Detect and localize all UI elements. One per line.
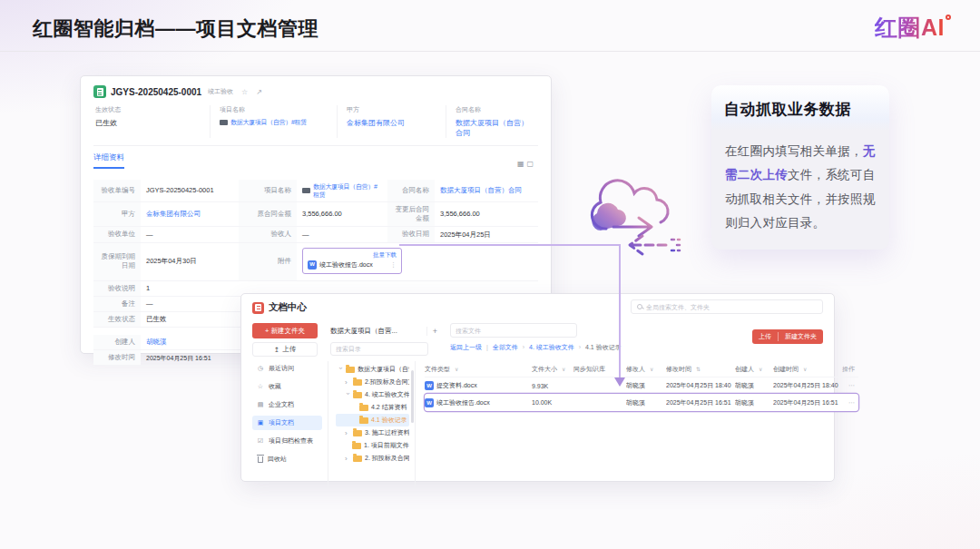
breadcrumb-all-files[interactable]: 全部文件 — [493, 344, 518, 350]
folder-docs-icon: ▤ — [257, 401, 264, 408]
attachment-box: 批量下载 W 竣工验收报告.docx ⋮ — [302, 248, 402, 274]
global-search-field[interactable] — [646, 304, 817, 310]
header-file-size[interactable]: 文件大小∨ — [532, 365, 573, 374]
row-value: 2025年04月25日 — [435, 227, 538, 241]
tree-item[interactable]: 4.2 结算资料 — [336, 401, 409, 414]
project-link[interactable]: 数据大厦项目（自营）#租赁 — [220, 118, 328, 127]
file-row-highlighted[interactable]: W竣工验收报告.docx 10.00K 胡晓溪 2025年04月25日 16:5… — [425, 394, 858, 411]
brand-logo: 红圈AI — [875, 13, 951, 43]
caret-icon: ∨ — [803, 366, 807, 372]
tree-item[interactable]: ›4. 竣工验收文件 — [336, 388, 409, 401]
global-search-input[interactable] — [631, 299, 823, 314]
doc-center-icon — [252, 302, 264, 314]
new-folder-button[interactable]: + 新建文件夹 — [252, 323, 318, 338]
upload-button[interactable]: ↥ 上传 — [252, 342, 318, 357]
sidebar-item-recycle-bin[interactable]: 回收站 — [252, 452, 322, 466]
row-label: 项目名称 — [239, 180, 297, 201]
clock-icon: ◷ — [257, 365, 264, 372]
sidebar-item-recent[interactable]: ◷最近访问 — [252, 361, 322, 376]
caret-icon: › — [344, 392, 352, 397]
sidebar-item-favorites[interactable]: ☆收藏 — [252, 379, 322, 394]
folder-icon — [352, 443, 361, 449]
file-row[interactable]: W提交资料.docx 9.93K 胡晓溪 2025年04月25日 18:40 胡… — [425, 377, 858, 394]
row-label: 验收单编号 — [93, 180, 141, 201]
tree-item[interactable]: ›3. 施工过程资料 — [336, 426, 409, 439]
tree-item[interactable]: ›2.招投标及合同文件 — [336, 376, 409, 388]
row-spacer — [435, 243, 538, 280]
breadcrumb-folder[interactable]: 4. 竣工验收文件 — [529, 344, 574, 350]
plus-icon: + — [265, 327, 269, 335]
project-link[interactable]: 数据大厦项目（自营）#租赁 — [297, 180, 387, 201]
grid-view-icon[interactable]: ▦ — [517, 160, 527, 168]
project-docs-icon: ▣ — [257, 419, 264, 426]
attachment-cell: 批量下载 W 竣工验收报告.docx ⋮ — [297, 243, 387, 280]
callout-body: 在红圈内填写相关单据，无需二次上传文件，系统可自动抓取相关文件，并按照规则归入对… — [711, 131, 889, 250]
header-file-type[interactable]: 文件类型∨ — [425, 365, 532, 374]
row-actions-icon[interactable]: ⋯ — [842, 382, 858, 389]
tab-detail[interactable]: 详细资料 — [93, 152, 124, 169]
attachment-file[interactable]: W 竣工验收报告.docx ⋮ — [308, 260, 397, 270]
company-link[interactable]: 金标集团有限公司 — [141, 202, 239, 226]
header-creator[interactable]: 创建人∨ — [735, 365, 773, 374]
row-value: 2025年04月30日 — [141, 243, 239, 280]
company-link[interactable]: 金标集团有限公司 — [347, 118, 436, 128]
tree-item[interactable]: 1. 项目前期文件 — [336, 439, 409, 452]
header-modified-time[interactable]: 修改时间⇅ — [666, 365, 735, 374]
sidebar-item-corp-docs[interactable]: ▤企业文档 — [252, 397, 322, 412]
add-project-icon[interactable]: + — [426, 327, 437, 336]
row-value: 3,556,666.00 — [435, 202, 538, 226]
row-value: — — [297, 227, 387, 241]
search-directory-field[interactable] — [336, 346, 423, 352]
row-label: 附件 — [239, 243, 297, 280]
row-label: 变更后合同金额 — [387, 202, 435, 226]
batch-download-link[interactable]: 批量下载 — [308, 251, 397, 259]
search-file-field[interactable] — [456, 328, 572, 334]
search-file-input[interactable] — [450, 323, 577, 338]
file-name[interactable]: 提交资料.docx — [436, 381, 477, 390]
tree-item[interactable]: ›2. 招投标及合同... — [336, 452, 409, 465]
upload-icon: ↥ — [274, 346, 279, 354]
doc-center-body: ◷最近访问 ☆收藏 ▤企业文档 ▣项目文档 ☑项目归档检查表 回收站 ›数据大厦… — [252, 361, 823, 488]
upload-button-top[interactable]: 上传 — [752, 332, 778, 341]
search-directory-input[interactable] — [330, 342, 428, 356]
star-icon[interactable]: ☆ — [241, 88, 248, 96]
breadcrumb-chevron: › — [579, 344, 581, 350]
external-link-icon[interactable]: ↗ — [256, 88, 262, 96]
row-label: 质保期到期日期 — [93, 243, 141, 280]
contract-link[interactable]: 数据大厦项目（自营）合同 — [456, 118, 529, 138]
sidebar-item-project-docs[interactable]: ▣项目文档 — [252, 416, 322, 430]
header-created-time[interactable]: 创建时间∨ — [773, 365, 842, 374]
row-value: JGYS-20250425-0001 — [141, 180, 239, 201]
new-folder-button-top[interactable]: 新建文件夹 — [778, 332, 823, 341]
caret-icon: › — [345, 429, 350, 437]
folder-icon — [359, 405, 368, 411]
row-actions-icon[interactable]: ⋯ — [842, 399, 858, 407]
tree-scrollbar[interactable] — [411, 370, 414, 423]
card-view-icon[interactable]: ▢ — [526, 160, 536, 168]
tree-item-root[interactable]: ›数据大厦项目（自营... — [336, 363, 409, 376]
header-actions: 操作 — [842, 365, 858, 374]
file-created-time: 2025年04月25日 16:51 — [773, 398, 842, 407]
tab-bar: 详细资料 — [93, 152, 538, 169]
table-row: 验收单编号 JGYS-20250425-0001 项目名称 数据大厦项目（自营）… — [93, 180, 538, 202]
callout-card: 自动抓取业务数据 在红圈内填写相关单据，无需二次上传文件，系统可自动抓取相关文件… — [711, 85, 889, 250]
view-toggle-icons: ▦▢ — [517, 160, 536, 168]
doc-center-sidebar: ◷最近访问 ☆收藏 ▤企业文档 ▣项目文档 ☑项目归档检查表 回收站 — [252, 361, 328, 488]
cloud-sync-icon — [579, 172, 686, 270]
caret-icon: › — [337, 367, 345, 372]
tree-item-selected[interactable]: 4.1 验收记录 — [336, 414, 409, 426]
breadcrumb-back[interactable]: 返回上一级 — [450, 344, 482, 350]
contract-link[interactable]: 数据大厦项目（自营）合同 — [435, 180, 538, 201]
sidebar-item-archive-checklist[interactable]: ☑项目归档检查表 — [252, 434, 322, 448]
folder-icon — [353, 430, 362, 436]
doc-center-title: 文档中心 — [269, 301, 307, 314]
project-selector[interactable]: 数据大厦项目（自营... + — [330, 323, 437, 338]
file-size: 9.93K — [532, 383, 573, 389]
row-label: 创建人 — [93, 335, 141, 349]
kebab-menu-icon[interactable]: ⋮ — [390, 260, 397, 269]
caret-icon: ∨ — [650, 366, 653, 372]
file-name[interactable]: 竣工验收报告.docx — [436, 398, 490, 407]
header-modifier[interactable]: 修改人∨ — [626, 365, 666, 374]
word-file-icon: W — [308, 260, 317, 270]
summary-field-party-a: 甲方 金标集团有限公司 — [337, 105, 446, 138]
